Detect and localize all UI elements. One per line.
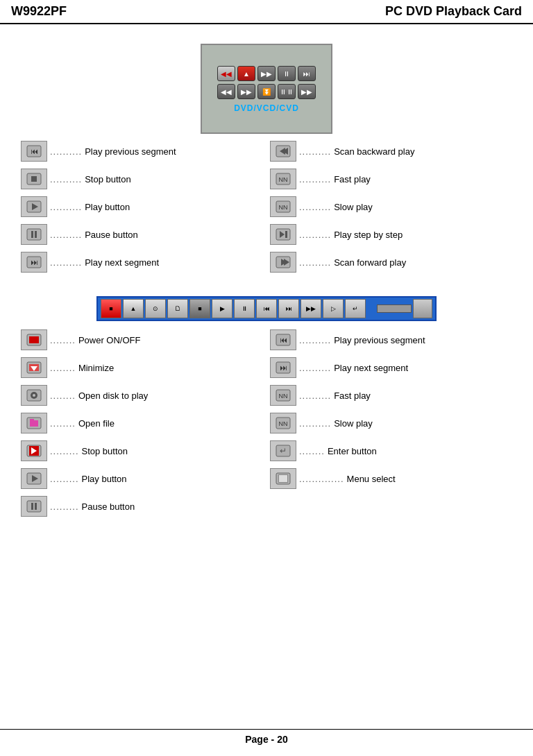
list-item: ⏭ .......... Play next segment <box>21 252 263 273</box>
dots: .......... <box>50 174 82 184</box>
list-item: ⏮ .......... Play previous segment <box>270 329 512 350</box>
step-play-icon <box>270 224 296 245</box>
remote-label: DVD/VCD/CVD <box>234 103 299 113</box>
remote-btn: ▶▶ <box>237 84 255 99</box>
dots: .......... <box>299 390 331 401</box>
list-item: .......... Stop button <box>21 169 263 189</box>
list-item: NN .......... Slow play <box>270 196 512 217</box>
list-item: NN .......... Fast play <box>270 385 512 406</box>
toolbar-slow-btn: ▷ <box>323 299 344 318</box>
btn-label: Fast play <box>334 390 371 401</box>
power-icon <box>21 329 47 350</box>
list-item: ........ Minimize <box>21 357 263 378</box>
page-footer: Page - 20 <box>0 729 533 745</box>
btn-label: Slow play <box>334 418 373 429</box>
toolbar-slider <box>377 304 412 313</box>
list-item: ⏮ .......... Play previous segment <box>21 141 263 162</box>
list-item: ......... Play button <box>21 468 263 489</box>
dots: .......... <box>299 174 331 184</box>
list-item: .......... Play step by step <box>270 224 512 245</box>
btn-label: Minimize <box>78 363 114 373</box>
dots: .......... <box>50 230 82 240</box>
svg-rect-55 <box>279 475 287 482</box>
section2-right: ⏮ .......... Play previous segment ⏭ ...… <box>270 329 512 524</box>
list-item: ......... Stop button <box>21 440 263 461</box>
open-file-icon <box>21 413 47 433</box>
dots: ........ <box>299 446 325 456</box>
scan-forward-icon <box>270 252 296 273</box>
list-item: NN .......... Slow play <box>270 413 512 433</box>
svg-rect-40 <box>27 501 41 512</box>
dots: .............. <box>299 474 344 484</box>
svg-text:NN: NN <box>279 176 288 183</box>
btn-label: Enter button <box>328 446 377 456</box>
play-next-icon: ⏭ <box>21 252 47 273</box>
list-item: ↵ ........ Enter button <box>270 440 512 461</box>
minimize-icon <box>21 357 47 378</box>
list-item: ......... Pause button <box>21 496 263 517</box>
section1-grid: ⏮ .......... Play previous segment .....… <box>21 141 512 280</box>
toolbar-power-btn: ■ <box>101 299 121 318</box>
btn-label: Scan forward play <box>334 257 406 268</box>
page-header: W9922PF PC DVD Playback Card <box>0 0 533 24</box>
list-item: ........ Open disk to play <box>21 385 263 406</box>
btn-label: Stop button <box>82 446 128 456</box>
dots: .......... <box>299 257 331 268</box>
list-item: NN .......... Fast play <box>270 169 512 189</box>
section2-left: ........ Power ON/OFF ........ Minimize … <box>21 329 263 524</box>
btn-label: Play next segment <box>85 257 159 268</box>
play-icon <box>21 196 47 217</box>
svg-text:↵: ↵ <box>280 446 287 456</box>
play-prev-icon: ⏮ <box>21 141 47 162</box>
svg-text:⏮: ⏮ <box>280 336 287 344</box>
list-item: .......... Pause button <box>21 224 263 245</box>
svg-rect-41 <box>31 503 33 510</box>
remote-btn: ⏸ <box>278 66 296 81</box>
play-prev2-icon: ⏮ <box>270 329 296 350</box>
dots: ........ <box>50 390 76 401</box>
list-item: ........ Power ON/OFF <box>21 329 263 350</box>
toolbar-enter-btn: ↵ <box>345 299 366 318</box>
section1-right: .......... Scan backward play NN .......… <box>270 141 512 280</box>
footer-number: 20 <box>277 734 288 745</box>
dots: .......... <box>299 335 331 345</box>
header-left: W9922PF <box>11 4 67 19</box>
svg-rect-34 <box>30 419 34 421</box>
list-item: .......... Scan backward play <box>270 141 512 162</box>
scan-backward-icon <box>270 141 296 162</box>
list-item: .............. Menu select <box>270 468 512 489</box>
btn-label: Pause button <box>82 501 135 512</box>
fast-play-icon: NN <box>270 169 296 189</box>
toolbar-stop-btn: ■ <box>189 299 210 318</box>
svg-rect-20 <box>285 231 287 238</box>
dots: ........ <box>50 335 76 345</box>
btn-label: Open disk to play <box>78 390 148 401</box>
btn-label: Menu select <box>347 474 396 484</box>
remote-btn: ⏸⏸ <box>278 84 296 99</box>
svg-rect-42 <box>35 503 37 510</box>
btn-label: Open file <box>78 418 115 429</box>
svg-text:NN: NN <box>279 393 288 400</box>
btn-label: Play step by step <box>334 230 403 240</box>
toolbar-up-btn: ▲ <box>123 299 144 318</box>
dots: ........ <box>50 363 76 373</box>
dots: ......... <box>50 446 79 456</box>
remote-btn: ⏭ <box>298 66 316 81</box>
stop-icon <box>21 169 47 189</box>
section2-grid: ........ Power ON/OFF ........ Minimize … <box>21 329 512 524</box>
list-item: .......... Play button <box>21 196 263 217</box>
remote-btn: ▶▶ <box>298 84 316 99</box>
svg-rect-8 <box>35 231 37 238</box>
btn-label: Pause button <box>85 230 138 240</box>
dots: ......... <box>50 474 79 484</box>
dots: .......... <box>299 146 331 157</box>
dots: ......... <box>50 501 79 512</box>
toolbar-area: ■ ▲ ⊙ 🗋 ■ ▶ ⏸ ⏮ ⏭ ▶▶ ▷ ↵ <box>21 296 512 321</box>
svg-rect-33 <box>30 420 38 427</box>
btn-label: Play next segment <box>334 363 408 373</box>
enter-icon: ↵ <box>270 440 296 461</box>
btn-label: Slow play <box>334 202 373 212</box>
btn-label: Play button <box>82 474 127 484</box>
play2-icon <box>21 468 47 489</box>
remote-btn: ▶▶ <box>257 66 276 81</box>
